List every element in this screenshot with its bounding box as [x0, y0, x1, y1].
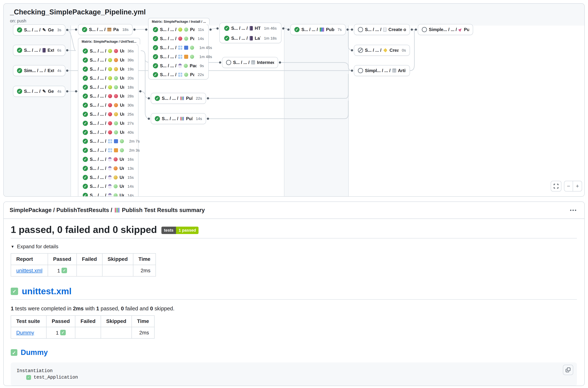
job-duration: 1m 48s [198, 54, 212, 59]
matrix-job-row[interactable]: S... / ... / Unit Tests - ... 39s [78, 56, 138, 65]
matrix-job-row[interactable]: S... / ... / Unit Tests - ... 30s [78, 101, 138, 110]
job-prefix: S... / ... / [301, 27, 318, 32]
matrix-job-row[interactable]: S... / ... / Unit Tests - ... 25s [78, 110, 138, 119]
job-duration: 40s [126, 130, 134, 135]
variant-icon [184, 73, 188, 77]
test-class-name: Instantiation [17, 368, 571, 374]
kebab-menu-button[interactable] [568, 207, 578, 213]
copy-button[interactable] [563, 365, 573, 375]
matrix-job-row[interactable]: S... / ... / Unit Tests - ... 13s [78, 164, 138, 173]
job-node-publish-test-results[interactable]: S... / ... / Publish Test Re... 14s [151, 113, 206, 124]
job-node-create-tag[interactable]: S... / ... / Create tag '${{ in... 0s [354, 45, 410, 56]
matrix-job-row[interactable]: S... / ... / LaTeX Docu... 1m 18s [220, 33, 281, 43]
job-name: Package ins... [190, 72, 194, 77]
matrix-job-row[interactable]: S... / ... / Unit Tests - ... 16s [78, 155, 138, 164]
suite-heading: Dummy [11, 348, 577, 357]
job-node-publish-code-coverage[interactable]: S... / ... / Publish Code C... 22s [151, 93, 206, 104]
matrix-job-row[interactable]: S... / ... / Package ins... 22s [149, 70, 208, 79]
matrix-job-row[interactable]: S... / ... / Unit Tests - ... 14s [78, 182, 138, 191]
matrix-group-label[interactable]: Matrix: SimplePackage / UnitTest... [78, 38, 140, 44]
matrix-job-row[interactable]: S... / ... / Unit Tests - ... 28s [78, 92, 138, 101]
job-node-intermediate-artifacts[interactable]: S... / ... / Intermediate Artifa... [222, 57, 278, 68]
fullscreen-icon [554, 184, 558, 189]
job-duration: 18s [121, 27, 129, 32]
job-prefix: S... / ... / [90, 193, 106, 197]
check-icon [60, 330, 66, 335]
job-prefix: S... / ... / [90, 67, 106, 72]
job-prefix: S... / ... / [24, 89, 41, 94]
matrix-job-row[interactable]: S... / ... / Unit Tests - ... 40s [78, 128, 138, 137]
job-name: Unit Tests - ... [120, 130, 124, 135]
matrix-job-row[interactable]: S... / ... / Package inst... 9s [149, 61, 208, 70]
success-icon [83, 184, 88, 189]
job-duration: 4s [56, 68, 61, 73]
suite-link[interactable]: Dummy [16, 330, 34, 336]
suite-heading-link[interactable]: Dummy [21, 348, 48, 357]
matrix-job-row[interactable]: S... / ... / Package ins... 11s [149, 25, 208, 34]
pending-icon [422, 27, 427, 32]
os-icon [108, 58, 112, 62]
job-prefix: Sim... / ... / [24, 68, 46, 73]
matrix-job-row[interactable]: S... / ... / Packa... 1m 45s [149, 43, 208, 52]
matrix-group-install: Matrix: SimplePackage / Install / ... S.… [148, 24, 209, 79]
test-case-name: test_Application [34, 374, 78, 381]
job-node-generate-pipeline-1[interactable]: S... / ... / Generate pipelin... 3s [13, 24, 65, 35]
job-name: Unit Tests - ... [120, 112, 124, 117]
variant-icon [114, 157, 118, 161]
job-node-publish-gh-pages[interactable]: S... / ... / Publish to GH-P... 7s [290, 24, 346, 35]
success-icon [83, 139, 88, 144]
job-node-generate-pipeline-2[interactable]: S... / ... / Generate pipelin... 4s [13, 86, 65, 97]
variant-icon [114, 49, 118, 53]
matrix-job-row[interactable]: S... / ... / Unit Tests - ... 14s [78, 191, 138, 197]
matrix-job-row[interactable]: S... / ... / Unit Tests - ... 19s [78, 65, 138, 74]
matrix-job-row[interactable]: S... / ... / Unit Tests - ... 20s [78, 73, 138, 83]
fullscreen-button[interactable] [551, 181, 561, 192]
job-node-extract-config[interactable]: S... / ... / Extract configur... 6s [13, 45, 65, 56]
table-header-row: Test suite Passed Failed Skipped Time [11, 315, 154, 327]
matrix-group-label[interactable]: Matrix: SimplePackage / Install / ... [148, 18, 210, 24]
expand-details-label: Expand for details [17, 244, 58, 249]
matrix-job-row[interactable]: S... / ... / Unit Tests - ... 15s [78, 173, 138, 182]
report-link[interactable]: unittest.xml [16, 268, 43, 273]
matrix-job-row[interactable]: S... / ... / Unit T... 2m 7s [78, 137, 138, 146]
matrix-job-row[interactable]: S... / ... / Unit Tests - ... 36s [78, 47, 138, 56]
job-prefix: S... / ... / [90, 184, 106, 189]
lane-divider [70, 25, 71, 196]
job-node-extract-information[interactable]: Sim... / ... / Extract Information 4s [13, 65, 65, 76]
matrix-job-row[interactable]: S... / ... / Unit Tests - ... 27s [78, 119, 138, 128]
matrix-job-row[interactable]: S... / ... / Unit T... 2m 3s [78, 146, 138, 155]
job-node-package-in-source[interactable]: S... / ... / Package in Sou... 18s [78, 24, 132, 35]
trash-icon [392, 69, 396, 73]
matrix-job-row[interactable]: S... / ... / HTML Docu... 1m 46s [220, 23, 281, 33]
job-duration: 3s [56, 28, 61, 32]
job-node-artifact-cleanup[interactable]: Simpl... / ... / Artifact Cleanup [354, 65, 410, 76]
job-node-create-or-update-release[interactable]: S... / ... / Create or Update R... [354, 24, 410, 35]
file-heading-link[interactable]: unittest.xml [22, 286, 71, 296]
job-node-publish-to-pypi[interactable]: Simple... / ... / Publish to PyPI [418, 24, 473, 35]
variant-icon [184, 55, 188, 59]
job-prefix: S... / ... / [365, 48, 381, 53]
zoom-out-button[interactable]: − [564, 181, 573, 191]
variant-icon [114, 76, 118, 80]
skipped-count [101, 327, 132, 339]
job-name: Create tag '${{ in... [390, 48, 398, 53]
zoom-in-button[interactable]: + [573, 181, 582, 191]
col-skipped: Skipped [102, 253, 133, 265]
summary-title: Publish Test Results summary [122, 207, 205, 214]
job-prefix: S... / ... / [231, 26, 248, 31]
job-name: Publish to PyPI [464, 27, 469, 32]
os-icon [108, 103, 112, 107]
expand-details-toggle[interactable]: ▼ Expand for details [11, 244, 577, 249]
job-prefix: S... / ... / [90, 103, 106, 108]
matrix-job-row[interactable]: S... / ... / Packa... 1m 48s [149, 52, 208, 61]
job-duration: 18s [126, 85, 134, 90]
time-value: 2ms [132, 327, 154, 339]
success-icon [83, 175, 88, 180]
trash-icon [251, 60, 255, 65]
success-icon [153, 36, 158, 41]
summary-breadcrumb: SimplePackage / PublishTestResults / [10, 207, 112, 214]
matrix-job-row[interactable]: S... / ... / Package ins... 14s [149, 34, 208, 43]
success-icon [83, 103, 88, 108]
os-icon [178, 55, 182, 59]
matrix-job-row[interactable]: S... / ... / Unit Tests - ... 18s [78, 83, 138, 92]
